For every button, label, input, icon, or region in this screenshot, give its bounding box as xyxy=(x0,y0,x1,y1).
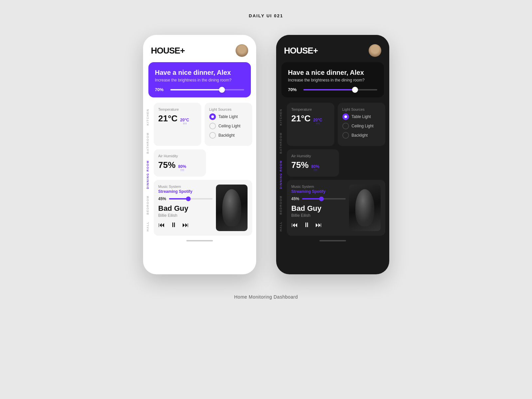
dark-home-bar xyxy=(276,237,389,247)
dark-humidity-value: 75% xyxy=(291,160,309,170)
dark-backlight-label: Backlight xyxy=(352,133,368,138)
dark-row2-spacer xyxy=(342,149,385,177)
dark-nav-hall[interactable]: HALL xyxy=(278,218,284,235)
light-temp-value: 21°C xyxy=(158,113,178,124)
light-nav-hall[interactable]: HALL xyxy=(145,218,151,235)
dark-temp-arrows: ↑↑↑ xyxy=(316,122,320,125)
light-pause-btn[interactable]: ⏸ xyxy=(170,221,177,229)
dark-humidity-arrows: ↑↑↑ xyxy=(313,169,317,172)
light-nav-bathroom[interactable]: BATHROOM xyxy=(145,129,151,157)
light-phone: HOUSE+ Have a nice dinner, Alex Increase… xyxy=(143,35,256,274)
dark-album-figure xyxy=(355,189,374,226)
dark-humidity-badge: 80% ↑↑↑ xyxy=(311,165,319,172)
dark-source-table[interactable]: Table Light xyxy=(342,113,381,120)
light-slider-fill xyxy=(170,89,222,90)
light-music-thumb[interactable] xyxy=(186,197,191,201)
dark-pause-btn[interactable]: ⏸ xyxy=(303,221,310,229)
page-title: DAILY UI 021 xyxy=(249,13,283,18)
light-rewind-btn[interactable]: ⏮ xyxy=(158,221,165,229)
light-album-figure xyxy=(222,189,241,226)
light-nav-bedroom[interactable]: BEDROOM xyxy=(145,192,151,218)
dark-hero-banner: Have a nice dinner, Alex Increase the br… xyxy=(281,62,384,97)
light-home-bar xyxy=(143,237,256,247)
dark-ceiling-light-dot xyxy=(342,123,349,129)
dark-nav-bathroom[interactable]: BATHROOM xyxy=(278,129,284,157)
light-cards-row-2: Air Humidity 75% 80% ↑↑↑ xyxy=(154,149,252,177)
dark-humidity-value-row: 75% 80% ↑↑↑ xyxy=(291,160,334,172)
light-source-table[interactable]: Table Light xyxy=(209,113,248,120)
dark-hero-title: Have a nice dinner, Alex xyxy=(288,69,377,76)
dark-humidity-title: Air Humidity xyxy=(291,154,334,158)
light-header: HOUSE+ xyxy=(143,35,256,62)
dark-temp-value: 21°C xyxy=(291,113,311,124)
dark-phone: HOUSE+ Have a nice dinner, Alex Increase… xyxy=(276,35,389,274)
dark-source-ceiling[interactable]: Ceiling Light xyxy=(342,123,381,129)
dark-hero-sub: Increase the brightness in the dining ro… xyxy=(288,78,377,82)
light-humidity-value: 75% xyxy=(158,160,176,170)
light-side-nav: KITCHEN BATHROOM DINNING ROOM BEDROOM HA… xyxy=(143,103,152,237)
light-brightness-label: 70% xyxy=(155,87,167,92)
light-source-back[interactable]: Backlight xyxy=(209,132,248,139)
backlight-dot xyxy=(209,132,216,139)
light-music-info: Music System Streaming Spotify 45% Bad G… xyxy=(158,185,213,231)
light-source-ceiling[interactable]: Ceiling Light xyxy=(209,123,248,129)
light-sources-card: Light Sources Table Light Ceiling Light … xyxy=(205,103,252,146)
dark-nav-dining[interactable]: DINNING ROOM xyxy=(278,157,284,193)
dark-cards-row-1: Temperature 21°C 20°C ↑↑↑ Light Sources xyxy=(287,103,385,146)
dark-rewind-btn[interactable]: ⏮ xyxy=(291,221,298,229)
light-album-art xyxy=(216,185,248,231)
dark-song-title: Bad Guy xyxy=(291,204,346,212)
light-avatar xyxy=(236,44,248,57)
light-brightness-slider[interactable] xyxy=(170,89,244,90)
phones-row: HOUSE+ Have a nice dinner, Alex Increase… xyxy=(143,35,389,274)
dark-music-slider[interactable] xyxy=(302,198,346,200)
light-song-artist: Billie Eilish xyxy=(158,213,213,218)
light-brightness-row: 70% xyxy=(155,87,244,92)
dark-music-card: Music System Streaming Spotify 45% Bad G… xyxy=(287,180,385,236)
light-nav-kitchen[interactable]: KITCHEN xyxy=(145,105,151,129)
light-temp-arrows: ↑↑↑ xyxy=(183,122,187,125)
light-temp-value-row: 21°C 20°C ↑↑↑ xyxy=(158,113,197,125)
light-music-fill xyxy=(169,198,189,200)
dark-humidity-card: Air Humidity 75% 80% ↑↑↑ xyxy=(287,149,339,177)
dark-brightness-label: 70% xyxy=(288,87,300,92)
dark-backlight-dot xyxy=(342,132,349,139)
dark-slider-fill xyxy=(303,89,355,90)
ceiling-light-label: Ceiling Light xyxy=(219,124,241,128)
dark-temp-value-row: 21°C 20°C ↑↑↑ xyxy=(291,113,330,125)
light-vol-label: 45% xyxy=(158,197,166,201)
dark-temp-badge: 20°C ↑↑↑ xyxy=(313,118,322,125)
dark-song-artist: Billie Eilish xyxy=(291,213,346,218)
light-song-title: Bad Guy xyxy=(158,204,213,212)
light-album-inner xyxy=(216,185,248,231)
dark-forward-btn[interactable]: ⏭ xyxy=(315,221,322,229)
light-music-vol-row: 45% xyxy=(158,197,213,201)
dark-slider-thumb[interactable] xyxy=(352,87,358,93)
table-light-label: Table Light xyxy=(219,114,238,119)
table-light-dot xyxy=(209,113,216,120)
avatar-image xyxy=(236,44,248,57)
light-home-bar-line xyxy=(186,240,213,241)
dark-brightness-slider[interactable] xyxy=(303,89,377,90)
dark-nav-kitchen[interactable]: KITCHEN xyxy=(278,105,284,129)
light-hero-banner: Have a nice dinner, Alex Increase the br… xyxy=(148,62,251,97)
light-humidity-badge: 80% ↑↑↑ xyxy=(178,165,186,172)
dark-ceiling-light-label: Ceiling Light xyxy=(352,124,374,128)
light-nav-dining[interactable]: DINNING ROOM xyxy=(145,157,151,193)
light-body: KITCHEN BATHROOM DINNING ROOM BEDROOM HA… xyxy=(143,103,256,237)
page-caption: Home Monitoring Dashboard xyxy=(234,294,298,300)
light-music-slider[interactable] xyxy=(169,198,213,200)
light-humidity-card: Air Humidity 75% 80% ↑↑↑ xyxy=(154,149,206,177)
dark-avatar xyxy=(369,44,381,57)
dark-music-thumb[interactable] xyxy=(319,197,324,201)
dark-music-info: Music System Streaming Spotify 45% Bad G… xyxy=(291,185,346,231)
dark-nav-bedroom[interactable]: BEDROOM xyxy=(278,192,284,218)
dark-avatar-image xyxy=(369,44,381,57)
dark-source-back[interactable]: Backlight xyxy=(342,132,381,139)
light-music-controls: ⏮ ⏸ ⏭ xyxy=(158,221,213,229)
dark-temp-title: Temperature xyxy=(291,107,330,111)
light-forward-btn[interactable]: ⏭ xyxy=(182,221,189,229)
light-slider-thumb[interactable] xyxy=(219,87,225,93)
dark-cards-row-2: Air Humidity 75% 80% ↑↑↑ xyxy=(287,149,385,177)
dark-sources-title: Light Sources xyxy=(342,107,381,111)
